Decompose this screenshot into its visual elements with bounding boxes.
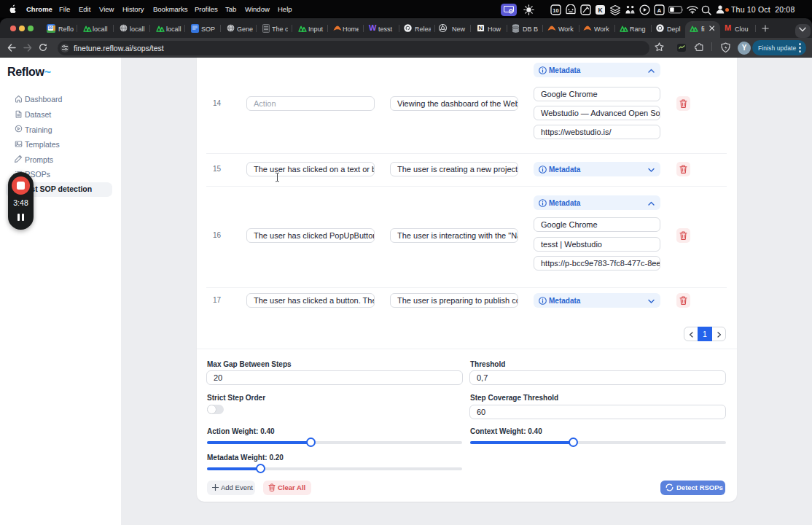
svg-text:10: 10 (553, 7, 558, 14)
svg-text:A: A (657, 7, 662, 14)
svg-text:K: K (598, 7, 603, 14)
